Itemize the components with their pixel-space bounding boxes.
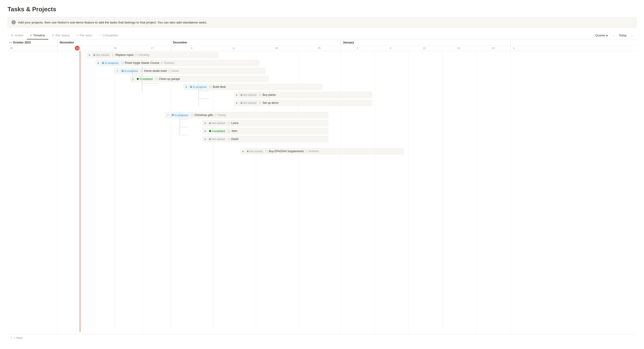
jan-dates: 1 8 15 22 29 xyxy=(341,46,511,51)
info-banner: i Add your projects, then use Notion's s… xyxy=(8,17,636,28)
today-line xyxy=(80,51,80,332)
category-label: Nutrition xyxy=(164,61,174,65)
expand-icon[interactable]: ▶ xyxy=(236,94,238,96)
task-name: Replace ropes xyxy=(116,53,134,57)
task-name: Buy plants xyxy=(262,93,276,97)
tab-timeline[interactable]: ≡ Timeline xyxy=(27,32,48,40)
tab-active[interactable]: ⊞ Active xyxy=(8,32,27,40)
home-cat-icon: ⬡ xyxy=(168,69,170,73)
dec-dates: 4 11 18 25 xyxy=(171,46,341,51)
status-badge-in-progress: In progress xyxy=(120,69,140,73)
spacer-row xyxy=(8,143,636,147)
status-dot xyxy=(102,62,104,64)
expand-icon[interactable]: ▶ xyxy=(205,130,206,132)
status-dot xyxy=(240,94,242,96)
task-replace-ropes[interactable]: ▶ Not started ⬡ Replace ropes ⬡ Climbing xyxy=(87,52,218,58)
expand-icon[interactable]: ▶ xyxy=(132,78,134,80)
expand-icon[interactable]: ▶ xyxy=(236,102,238,104)
quarter-selector[interactable]: Quarter ▾ xyxy=(594,33,610,38)
status-badge-not-started: Not started xyxy=(208,137,226,141)
category-label: Climbing xyxy=(138,53,149,57)
today-marker: 13 xyxy=(75,46,80,51)
status-dot xyxy=(209,130,211,132)
plus-icon: + xyxy=(10,336,12,339)
chevron-down-icon: ▾ xyxy=(606,34,608,37)
task-build-desk[interactable]: ▶ In progress ⬡ Build desk xyxy=(184,84,322,90)
category-label: Home xyxy=(171,69,179,73)
table-row: ▶ Completed ⬡ Clean-up garage xyxy=(8,75,636,83)
table-row: ▶ Not started ⬡ Replace ropes ⬡ Climbing xyxy=(39,51,636,59)
laura-icon: ⬡ xyxy=(228,121,230,125)
nav-prev-button[interactable]: ‹ xyxy=(612,33,615,38)
task-home-studio[interactable]: ▼ In progress ⬡ Home studio build ⬡ Home xyxy=(114,68,266,74)
timeline-header: >> October 2023 November December Januar… xyxy=(8,40,636,51)
task-buy-plants[interactable]: ▶ Not started ⬡ Buy plants xyxy=(234,92,372,98)
timeline-body: ▶ Not started ⬡ Replace ropes ⬡ Climbing… xyxy=(8,51,636,332)
expand-icon[interactable]: ▶ xyxy=(205,138,206,140)
climbing-icon: ⬡ xyxy=(112,53,114,57)
task-name: Buy EPA/DHA Supplements xyxy=(269,150,304,153)
garage-icon: ⬡ xyxy=(155,77,158,81)
task-john[interactable]: ▶ Completed ⬡ John xyxy=(202,128,328,134)
month-oct: >> October 2023 xyxy=(8,40,58,45)
nutrition-icon: ⬡ xyxy=(121,61,124,65)
expand-icon[interactable]: ▼ xyxy=(167,114,169,116)
status-dot xyxy=(137,78,139,80)
month-nov: November xyxy=(58,40,171,45)
nov-dates: 13 20 27 xyxy=(58,46,171,51)
tab-per-status[interactable]: ✦ Per status xyxy=(48,32,73,40)
expand-icon[interactable]: ▶ xyxy=(186,86,187,88)
timeline-icon: ≡ xyxy=(30,34,32,37)
month-jan: January xyxy=(341,40,511,45)
nav-next-button[interactable]: › xyxy=(630,33,634,38)
table-row: ▶ In progress ⬡ Finish Hygie Starter Cou… xyxy=(8,59,636,67)
nutrition-cat-icon: ⬡ xyxy=(160,61,163,65)
task-christmas-gifts[interactable]: ▼ In progress ⬡ Christmas gifts ⬡ Family xyxy=(165,112,328,118)
months-row: >> October 2023 November December Januar… xyxy=(8,40,636,46)
task-hygie[interactable]: ▶ In progress ⬡ Finish Hygie Starter Cou… xyxy=(96,60,259,66)
timeline-wrapper: >> October 2023 November December Januar… xyxy=(8,40,636,341)
task-cleanup-garage[interactable]: ▶ Completed ⬡ Clean-up garage xyxy=(130,76,269,82)
spacer-row xyxy=(8,107,636,111)
status-badge-not-started: Not started xyxy=(245,149,264,153)
table-row: ▶ In progress ⬡ Build desk xyxy=(8,83,636,91)
per-area-icon: ≡ xyxy=(76,34,78,37)
expand-icon[interactable]: ▶ xyxy=(205,122,206,124)
task-epa-dha[interactable]: ▶ Not started ⬡ Buy EPA/DHA Supplements … xyxy=(240,148,404,154)
new-button[interactable]: + + New xyxy=(8,334,636,341)
task-name: John xyxy=(231,129,237,133)
today-button[interactable]: Today xyxy=(617,33,628,38)
tabs-bar: ⊞ Active ≡ Timeline ✦ Per status ≡ Per a… xyxy=(8,32,636,40)
expand-icon[interactable]: ▶ xyxy=(98,62,99,64)
task-name: Home studio build xyxy=(144,69,167,73)
task-david[interactable]: ▶ Not started ⬡ David xyxy=(202,136,328,142)
month-extra xyxy=(511,40,636,45)
info-icon: i xyxy=(12,20,16,25)
category-label: Nutrition xyxy=(308,150,319,153)
table-row: ▶ Not started ⬡ David xyxy=(8,135,636,143)
table-row: ▶ Not started ⬡ Buy EPA/DHA Supplements … xyxy=(8,147,636,155)
tab-completed[interactable]: ✓ Completed xyxy=(95,32,121,40)
month-dec: December xyxy=(171,40,341,45)
decor-icon: ⬡ xyxy=(259,101,262,105)
status-dot xyxy=(190,86,192,88)
climbing-category-icon: ⬡ xyxy=(135,53,137,57)
expand-icon[interactable]: ▶ xyxy=(242,150,244,152)
task-laura[interactable]: ▶ Not started ⬡ Laura xyxy=(202,120,328,126)
christmas-icon: ⬡ xyxy=(191,113,193,117)
extra-dates: 5 xyxy=(511,46,636,51)
page-title: Tasks & Projects xyxy=(8,6,636,13)
status-badge-in-progress: In progress xyxy=(188,85,208,89)
status-badge-in-progress: In progress xyxy=(100,61,120,65)
supplements-icon: ⬡ xyxy=(266,150,268,153)
tab-per-area[interactable]: ≡ Per area xyxy=(73,32,95,40)
oct-dates: 30 xyxy=(8,46,58,51)
collapse-arrow[interactable]: >> xyxy=(9,41,12,44)
task-name: Laura xyxy=(231,121,238,125)
status-dot xyxy=(172,114,174,116)
expand-icon[interactable]: ▶ xyxy=(89,54,90,56)
table-row: ▶ Completed ⬡ John xyxy=(8,127,636,135)
task-setup-decor[interactable]: ▶ Not started ⬡ Set up decor xyxy=(234,100,372,106)
expand-icon[interactable]: ▼ xyxy=(117,70,119,72)
info-text: Add your projects, then use Notion's sub… xyxy=(18,21,207,24)
